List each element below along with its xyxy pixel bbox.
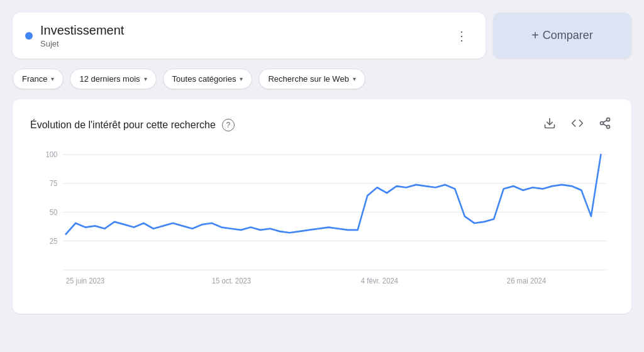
chevron-down-icon: ▾ <box>144 75 147 82</box>
chart-container: 100 75 50 25 25 juin 2023 15 oct. 2023 4… <box>30 148 614 299</box>
trend-chart: 100 75 50 25 25 juin 2023 15 oct. 2023 4… <box>30 148 614 299</box>
download-button[interactable] <box>541 114 558 135</box>
search-info: Investissement Sujet <box>40 23 124 48</box>
x-label-feb2024: 4 févr. 2024 <box>361 277 399 285</box>
filter-category[interactable]: Toutes catégories ▾ <box>163 69 253 89</box>
filter-period-label: 12 derniers mois <box>79 74 140 84</box>
top-section: Investissement Sujet ⋮ + Comparer <box>13 13 631 58</box>
chevron-down-icon: ▾ <box>353 75 356 82</box>
chart-header: Évolution de l'intérêt pour cette recher… <box>30 114 614 135</box>
search-card: Investissement Sujet ⋮ <box>13 13 486 58</box>
chart-title: Évolution de l'intérêt pour cette recher… <box>30 119 216 131</box>
chart-title-group: Évolution de l'intérêt pour cette recher… <box>30 119 235 131</box>
y-label-25: 25 <box>50 236 58 245</box>
filter-source-label: Recherche sur le Web <box>268 74 348 84</box>
trend-line <box>66 155 601 234</box>
chevron-down-icon: ▾ <box>240 75 243 82</box>
filter-source[interactable]: Recherche sur le Web ▾ <box>258 69 365 89</box>
filter-category-label: Toutes catégories <box>172 74 236 84</box>
x-label-oct2023: 15 oct. 2023 <box>212 277 251 285</box>
more-options-button[interactable]: ⋮ <box>450 25 473 47</box>
compare-card[interactable]: + Comparer <box>493 13 631 58</box>
compare-label: Comparer <box>543 29 593 42</box>
compare-plus-icon: + <box>531 28 539 43</box>
y-label-100: 100 <box>45 150 57 158</box>
search-type: Sujet <box>40 39 124 48</box>
filter-period[interactable]: 12 derniers mois ▾ <box>70 69 156 89</box>
search-card-left: Investissement Sujet <box>25 23 124 48</box>
filter-country[interactable]: France ▾ <box>13 69 64 89</box>
y-label-75: 75 <box>50 179 58 187</box>
filter-country-label: France <box>22 74 47 84</box>
embed-button[interactable] <box>569 114 586 135</box>
y-label-50: 50 <box>50 208 58 216</box>
help-icon[interactable]: ? <box>222 119 235 131</box>
chart-card: Évolution de l'intérêt pour cette recher… <box>13 99 631 314</box>
chevron-down-icon: ▾ <box>51 75 54 82</box>
chart-actions <box>541 114 614 135</box>
svg-line-5 <box>603 120 607 122</box>
search-term: Investissement <box>40 23 124 38</box>
svg-line-4 <box>603 124 607 126</box>
x-label-may2024: 26 mai 2024 <box>507 277 547 285</box>
topic-indicator <box>25 32 33 40</box>
share-button[interactable] <box>596 114 614 135</box>
filters-bar: France ▾ 12 derniers mois ▾ Toutes catég… <box>13 69 631 89</box>
x-label-jun2023: 25 juin 2023 <box>66 277 105 285</box>
